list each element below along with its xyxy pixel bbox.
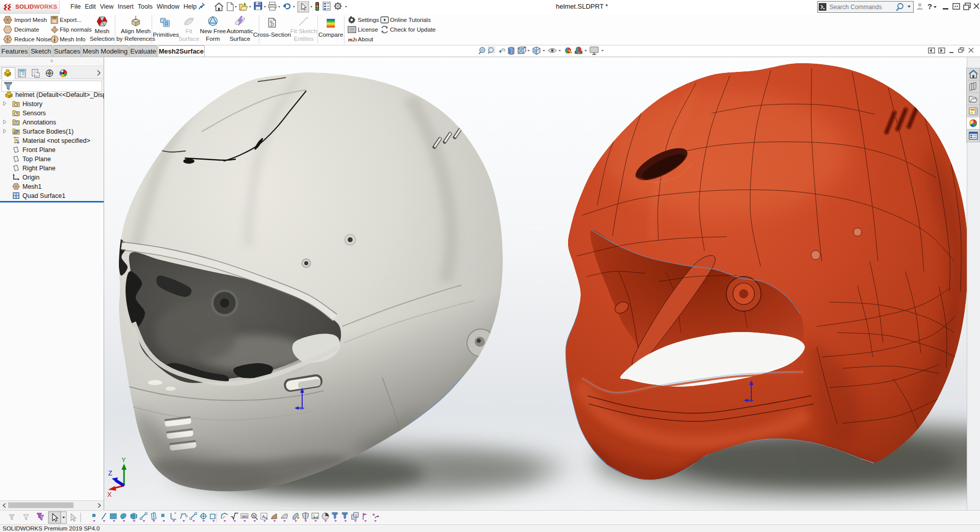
- svg-text:Y: Y: [121, 456, 126, 464]
- svg-text:?: ?: [927, 2, 932, 11]
- svg-text:m2s: m2s: [348, 36, 357, 42]
- svg-text:abc: abc: [242, 515, 248, 518]
- svg-text:SOLIDWORKS: SOLIDWORKS: [15, 4, 57, 10]
- svg-text:Z: Z: [108, 469, 112, 477]
- svg-text:A: A: [15, 121, 17, 124]
- svg-text:X: X: [107, 491, 112, 498]
- svg-text:N: N: [253, 514, 255, 518]
- svg-text:A: A: [262, 514, 265, 519]
